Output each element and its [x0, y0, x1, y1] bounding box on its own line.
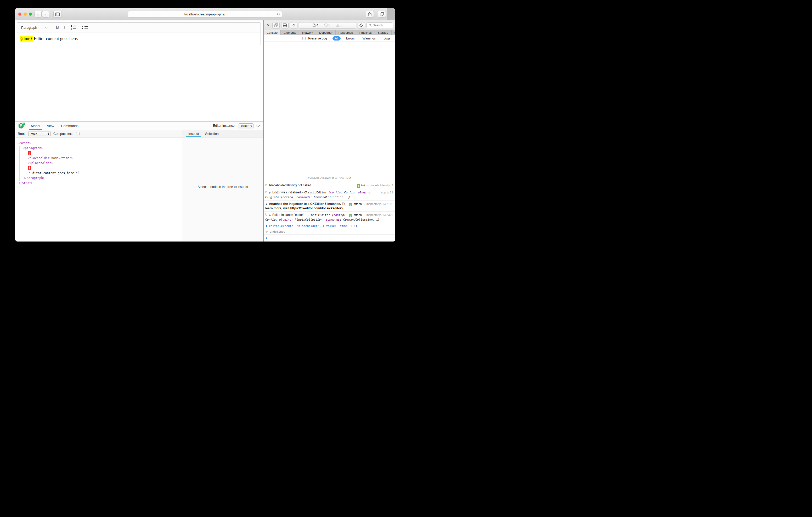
source-location[interactable]: inspector.js:133:182: [367, 202, 393, 206]
tree-node[interactable]: <placeholder name="time">: [15, 156, 182, 161]
disclosure-triangle-icon[interactable]: ▶: [269, 214, 271, 216]
root-select[interactable]: main: [28, 131, 51, 136]
devtools-tab-elements[interactable]: Elements: [281, 30, 299, 35]
disclosure-triangle-icon[interactable]: ▼: [265, 203, 268, 206]
editor-instance-select[interactable]: editor: [239, 123, 254, 128]
inspector-side-tab-inspect[interactable]: Inspect: [185, 130, 202, 137]
input-chevron-icon: [265, 225, 267, 227]
reload-icon[interactable]: ↻: [277, 12, 280, 16]
paragraph-style-dropdown[interactable]: Paragraph: [17, 23, 51, 32]
tree-node[interactable]: <$root>: [15, 141, 182, 146]
console-pane: Console cleared at 4:53:46 PM finit — pl…: [264, 42, 395, 242]
tree-guide-line: [19, 146, 20, 181]
console-filter-logs[interactable]: Logs: [381, 36, 393, 40]
browser-toolbar: ‹ › localhost/creating-a-plugin2/ ↻: [15, 8, 395, 20]
chevron-down-icon: [45, 26, 48, 28]
show-tabs-button[interactable]: [378, 11, 386, 18]
bulleted-list-button[interactable]: [82, 26, 88, 29]
sidebar-toggle-button[interactable]: [53, 11, 62, 18]
close-window-button[interactable]: [18, 12, 22, 16]
zoom-window-button[interactable]: [29, 12, 32, 16]
console-message-location[interactable]: finit — placeholderui.js:7: [357, 183, 393, 188]
devtools-tab-resources[interactable]: Resources: [336, 30, 356, 35]
editor-body-text: Editor content goes here.: [34, 36, 78, 41]
console-message-location[interactable]: fattach — inspector.js:133:326: [349, 213, 393, 217]
dock-side-icon: [274, 24, 278, 27]
console-prompt[interactable]: [264, 235, 395, 242]
paragraph-style-label: Paragraph: [21, 26, 37, 30]
console-message-location[interactable]: fattach — inspector.js:133:182: [349, 202, 393, 206]
issues-summary-button[interactable]: 4 0: [299, 22, 356, 29]
console-filter-all[interactable]: All: [332, 36, 341, 40]
source-location[interactable]: app.js:21: [381, 191, 393, 194]
editor-content-area[interactable]: {time} Editor content goes here.: [17, 32, 261, 45]
devtools-tab-timelines[interactable]: Timelines: [356, 30, 375, 35]
tree-node[interactable]: </$root>: [15, 181, 182, 186]
ckeditor-inspector-panel: 5 ModelViewCommands Editor instance: edi…: [15, 121, 263, 242]
tree-node[interactable]: </paragraph>: [15, 176, 182, 181]
reload-page-button[interactable]: ↻: [290, 22, 297, 29]
model-tree-pane: <$root><paragraph>[<placeholder name="ti…: [15, 138, 182, 242]
devtools-tab-bar: ConsoleElementsNetworkDebuggerResourcesT…: [264, 30, 395, 35]
compact-text-checkbox[interactable]: [76, 132, 80, 135]
italic-button[interactable]: I: [64, 25, 65, 30]
console-filter-errors[interactable]: Errors: [344, 36, 357, 40]
warning-triangle-icon: [336, 24, 340, 27]
source-location[interactable]: inspector.js:133:326: [367, 213, 393, 216]
docs-link[interactable]: https://ckeditor.com/docs/ckeditor5: [290, 207, 343, 210]
new-tab-button[interactable]: +: [387, 8, 395, 20]
result-return-icon: [266, 231, 268, 232]
tree-node[interactable]: </placeholder>: [15, 161, 182, 166]
error-octagon-icon: [324, 24, 327, 27]
error-count: 0: [324, 24, 330, 27]
filter-divider: [329, 37, 330, 40]
tab-overflow-button[interactable]: »: [392, 30, 395, 35]
inspector-side-tab-selection[interactable]: Selection: [202, 130, 222, 137]
inspector-tab-model[interactable]: Model: [27, 122, 44, 130]
devtools-search-input[interactable]: Search: [367, 23, 393, 28]
close-devtools-button[interactable]: ✕: [266, 23, 271, 27]
source-location[interactable]: placeholderui.js:7: [370, 184, 393, 187]
console-input-echo: editor.execute( 'placeholder', { value: …: [264, 223, 395, 229]
editor-toolbar: Paragraph B I 1 2: [17, 23, 261, 32]
preserve-log-checkbox[interactable]: [302, 37, 306, 40]
tree-node[interactable]: "Editor content goes here.": [15, 171, 182, 176]
console-message: app.js:21▶Editor was initialized – Class…: [264, 189, 395, 201]
page-resources-count: 4: [313, 24, 318, 27]
url-text: localhost/creating-a-plugin2/: [184, 12, 225, 16]
bold-button[interactable]: B: [56, 25, 59, 30]
disclosure-triangle-icon[interactable]: ▶: [269, 191, 271, 194]
select-arrows-icon: [46, 132, 51, 135]
devtools-tab-network[interactable]: Network: [299, 30, 316, 35]
back-button[interactable]: ‹: [34, 11, 41, 18]
element-picker-button[interactable]: [357, 22, 365, 29]
inspector-tab-view[interactable]: View: [44, 122, 58, 130]
log-source-icon: [265, 191, 268, 194]
chevron-left-icon: ‹: [37, 12, 39, 16]
preserve-log-label: Preserve Log: [308, 37, 327, 40]
devtools-tab-debugger[interactable]: Debugger: [316, 30, 336, 35]
devtools-tab-console[interactable]: Console: [264, 30, 281, 35]
collapse-inspector-chevron[interactable]: [256, 123, 261, 127]
dock-bottom-icon: [283, 24, 287, 27]
dock-side-button[interactable]: [272, 22, 280, 29]
share-button[interactable]: [366, 11, 374, 18]
inspector-tab-commands[interactable]: Commands: [58, 122, 82, 130]
ckeditor: Paragraph B I 1 2 {time: [17, 23, 261, 45]
crosshair-icon: [359, 23, 364, 27]
search-placeholder: Search: [373, 24, 383, 27]
tree-node[interactable]: <paragraph>: [15, 146, 182, 151]
console-filter-warnings[interactable]: Warnings: [360, 36, 378, 40]
placeholder-widget[interactable]: {time}: [20, 36, 33, 41]
dock-bottom-button[interactable]: [281, 22, 289, 29]
chevron-right-icon: ›: [45, 12, 46, 16]
prompt-chevron-icon: [265, 237, 267, 239]
numbered-list-button[interactable]: 1 2: [71, 25, 77, 30]
console-message-location[interactable]: app.js:21: [381, 190, 393, 194]
devtools-tab-storage[interactable]: Storage: [375, 30, 392, 35]
address-bar[interactable]: localhost/creating-a-plugin2/ ↻: [128, 11, 282, 18]
minimize-window-button[interactable]: [24, 12, 27, 16]
tree-node[interactable]: ]: [15, 166, 182, 171]
tree-node[interactable]: [: [15, 151, 182, 156]
forward-button[interactable]: ›: [42, 11, 49, 18]
